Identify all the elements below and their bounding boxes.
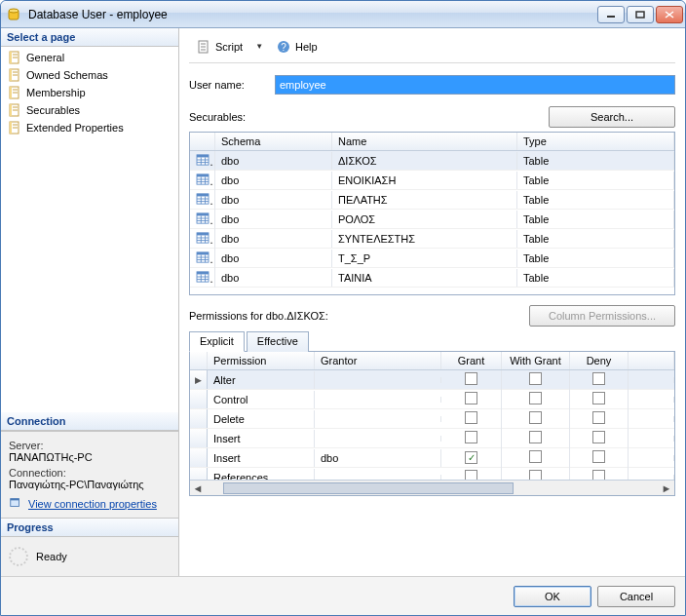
- row-header-icon: [190, 448, 208, 467]
- checkbox[interactable]: [529, 392, 542, 404]
- page-label: Extended Properties: [26, 122, 124, 134]
- checkbox[interactable]: [465, 451, 477, 464]
- cell-name: ΣΥΝΤΕΛΕΣΤΗΣ: [332, 230, 517, 248]
- securable-row[interactable]: dboΡΟΛΟΣTable: [190, 210, 674, 229]
- col-grantor[interactable]: Grantor: [315, 352, 441, 369]
- view-connection-properties-link[interactable]: View connection properties: [9, 496, 171, 512]
- svg-rect-60: [197, 251, 209, 254]
- tab-explicit[interactable]: Explicit: [189, 331, 245, 352]
- col-permission[interactable]: Permission: [208, 352, 315, 369]
- checkbox[interactable]: [529, 372, 542, 385]
- checkbox[interactable]: [465, 470, 477, 480]
- table-icon: [196, 154, 210, 166]
- cell-schema: dbo: [215, 230, 332, 248]
- sidebar-item-securables[interactable]: Securables: [1, 101, 178, 119]
- table-icon: [196, 193, 210, 205]
- cell-type: Table: [517, 230, 674, 248]
- checkbox[interactable]: [465, 431, 477, 443]
- checkbox[interactable]: [529, 431, 542, 443]
- minimize-button[interactable]: [597, 6, 625, 23]
- checkbox[interactable]: [465, 411, 477, 424]
- cell-permission: Alter: [208, 371, 315, 389]
- cancel-button[interactable]: Cancel: [597, 586, 675, 607]
- securable-row[interactable]: dboΤΑΙΝΙΑTable: [190, 268, 674, 288]
- permissions-tabs: Explicit Effective: [189, 330, 675, 352]
- search-button[interactable]: Search...: [549, 106, 675, 128]
- cell-permission: Insert: [208, 430, 315, 447]
- script-dropdown-icon[interactable]: ▼: [253, 42, 265, 51]
- permission-row[interactable]: References: [190, 468, 674, 480]
- checkbox[interactable]: [592, 431, 605, 443]
- col-withgrant[interactable]: With Grant: [502, 352, 570, 369]
- securable-row[interactable]: dboΕΝΟΙΚΙΑΣΗTable: [190, 171, 674, 190]
- checkbox[interactable]: [592, 372, 605, 385]
- sidebar-item-owned-schemas[interactable]: Owned Schemas: [1, 66, 178, 84]
- tab-effective[interactable]: Effective: [247, 331, 309, 352]
- user-name-input[interactable]: [275, 75, 675, 95]
- permission-row[interactable]: Control: [190, 390, 674, 409]
- col-deny[interactable]: Deny: [570, 352, 629, 369]
- window-title: Database User - employee: [28, 8, 597, 21]
- checkbox[interactable]: [592, 411, 605, 424]
- titlebar[interactable]: Database User - employee: [1, 1, 685, 28]
- securable-row[interactable]: dboΔΙΣΚΟΣTable: [190, 151, 674, 171]
- permission-row[interactable]: Insertdbo: [190, 448, 674, 468]
- row-header-icon: [190, 429, 208, 447]
- window: Database User - employee Select a page G…: [0, 0, 686, 616]
- row-header-icon: [190, 468, 208, 480]
- securables-header-row: Securables: Search...: [189, 106, 675, 128]
- permission-row[interactable]: Delete: [190, 409, 674, 429]
- permissions-grid[interactable]: Permission Grantor Grant With Grant Deny…: [189, 352, 675, 496]
- cell-name: Τ_Σ_Ρ: [332, 250, 517, 267]
- script-button[interactable]: Script: [189, 36, 249, 58]
- checkbox[interactable]: [465, 372, 477, 385]
- securable-row[interactable]: dboΠΕΛΑΤΗΣTable: [190, 190, 674, 210]
- cell-name: ΡΟΛΟΣ: [332, 211, 517, 228]
- cell-permission: Delete: [208, 410, 315, 428]
- checkbox[interactable]: [592, 450, 605, 463]
- page-label: Owned Schemas: [26, 69, 108, 81]
- checkbox[interactable]: [529, 470, 542, 480]
- ok-button[interactable]: OK: [514, 586, 591, 607]
- svg-point-1: [9, 9, 19, 13]
- progress-header: Progress: [1, 519, 178, 537]
- securable-row[interactable]: dboΤ_Σ_ΡTable: [190, 249, 674, 268]
- checkbox[interactable]: [592, 470, 605, 480]
- col-type[interactable]: Type: [517, 133, 674, 150]
- progress-spinner-icon: [9, 547, 28, 566]
- sidebar-item-general[interactable]: General: [1, 49, 178, 66]
- help-button[interactable]: ? Help: [269, 36, 324, 58]
- permission-row[interactable]: ▶Alter: [190, 370, 674, 390]
- col-name[interactable]: Name: [332, 133, 517, 150]
- cell-type: Table: [517, 191, 674, 209]
- checkbox[interactable]: [529, 450, 542, 463]
- row-header-icon: ▶: [190, 370, 208, 389]
- svg-text:?: ?: [281, 42, 286, 53]
- sidebar-item-membership[interactable]: Membership: [1, 84, 178, 101]
- securable-row[interactable]: dboΣΥΝΤΕΛΕΣΤΗΣTable: [190, 229, 674, 249]
- table-icon: [196, 232, 210, 244]
- col-grant[interactable]: Grant: [441, 352, 502, 369]
- close-button[interactable]: [656, 6, 683, 23]
- scroll-right-icon[interactable]: ►: [659, 482, 674, 494]
- checkbox[interactable]: [592, 392, 605, 404]
- maximize-button[interactable]: [627, 6, 654, 23]
- cell-type: Table: [517, 172, 674, 189]
- scroll-left-icon[interactable]: ◄: [190, 482, 206, 494]
- permission-row[interactable]: Insert: [190, 429, 674, 448]
- checkbox[interactable]: [529, 411, 542, 424]
- database-user-icon: [7, 7, 22, 22]
- horizontal-scrollbar[interactable]: ◄ ►: [190, 480, 674, 495]
- securables-grid[interactable]: Schema Name Type dboΔΙΣΚΟΣTabledboΕΝΟΙΚΙ…: [189, 132, 675, 295]
- sidebar-item-extended-properties[interactable]: Extended Properties: [1, 119, 178, 136]
- progress-status: Ready: [36, 551, 67, 562]
- connection-header: Connection: [1, 412, 178, 431]
- column-permissions-button[interactable]: Column Permissions...: [529, 305, 675, 327]
- checkbox[interactable]: [465, 392, 477, 404]
- svg-rect-48: [197, 212, 209, 215]
- col-schema[interactable]: Schema: [215, 133, 332, 150]
- page-label: Membership: [26, 87, 86, 98]
- page-icon: [7, 67, 22, 83]
- scroll-thumb[interactable]: [223, 482, 514, 494]
- permissions-header-row: Permissions for dbo.ΔΙΣΚΟΣ: Column Permi…: [189, 305, 675, 327]
